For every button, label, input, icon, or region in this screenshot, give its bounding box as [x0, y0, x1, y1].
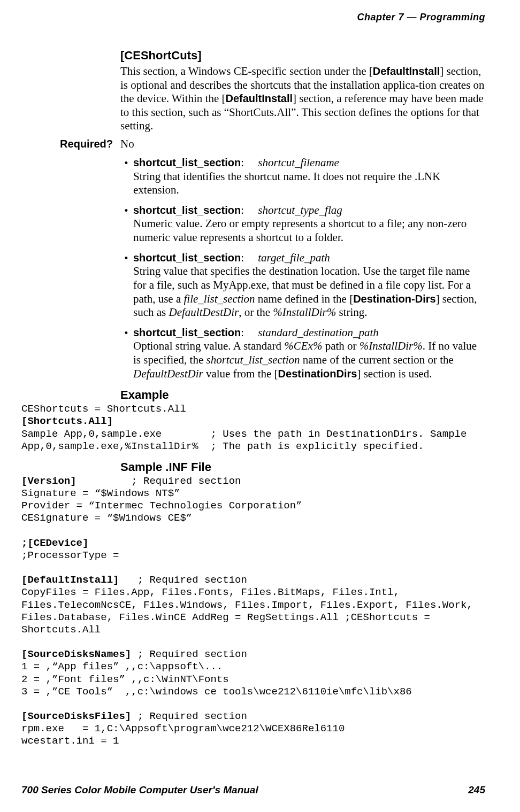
code-line: CESignature = “$Windows CE$” — [21, 512, 192, 524]
code-line: CopyFiles = Files.App, Files.Fonts, File… — [21, 586, 400, 598]
footer-page-number: 245 — [468, 784, 485, 796]
code-line: Files.TelecomNcsCE, Files.Windows, Files… — [21, 599, 473, 611]
code-line-bold: [DefaultInstall] — [21, 574, 119, 586]
bullet-desc: path or — [322, 339, 359, 352]
term-ital: standard_destination_path — [258, 326, 379, 339]
required-label: Required? — [21, 138, 120, 150]
code-line: rpm.exe = 1,C:\Appsoft\program\wce212\WC… — [21, 723, 345, 734]
term: shortcut_list_section — [133, 252, 241, 264]
bullet-desc: name defined in the [ — [255, 292, 353, 305]
section-intro: This section, a Windows CE-specific sect… — [120, 65, 485, 133]
bullet-list: shortcut_list_section: shortcut_filename… — [120, 156, 485, 381]
running-header: Chapter 7 — Programming — [21, 12, 485, 23]
term: shortcut_list_section — [133, 204, 241, 216]
ital: file_list_section — [183, 292, 255, 305]
bold-term: DefaultInstall — [225, 92, 293, 104]
ital: %InstallDir% — [273, 306, 336, 319]
code-line: ; Required section — [137, 710, 247, 722]
term-ital: target_file_path — [258, 251, 330, 264]
bullet-desc: String that identifies the shortcut name… — [133, 170, 440, 197]
code-line: ; Required section — [137, 648, 247, 660]
bullet-desc: , or the — [239, 306, 273, 319]
code-line: 2 = ,”Font files” ,,c:\WinNT\Fonts — [21, 674, 229, 685]
sample-heading: Sample .INF File — [120, 460, 485, 474]
bullet-desc: string. — [336, 306, 367, 319]
ital: DefaultDestDir — [169, 306, 239, 319]
term-ital: shortcut_type_flag — [258, 204, 342, 216]
code-line-bold: [Shortcuts.All] — [21, 415, 113, 427]
code-line: wcestart.ini = 1 — [21, 735, 119, 747]
term-ital: shortcut_filename — [258, 156, 339, 169]
section-title: [CEShortCuts] — [120, 49, 485, 63]
ital: %InstallDir% — [360, 339, 423, 352]
bullet-desc: Optional string value. A standard — [133, 339, 284, 352]
code-line: App,0,sample.exe,%InstallDir% ; The path… — [21, 440, 424, 452]
ital: shortcut_list_section — [206, 353, 300, 366]
list-item: shortcut_list_section: shortcut_type_fla… — [133, 204, 485, 245]
bullet-desc: ] section is used. — [357, 367, 432, 380]
bullet-desc: Numeric value. Zero or empty represents … — [133, 217, 467, 244]
list-item: shortcut_list_section: target_file_path … — [133, 251, 485, 320]
code-line: Shortcuts.All — [21, 624, 101, 636]
list-item: shortcut_list_section: shortcut_filename… — [133, 156, 485, 197]
ital: DefaultDestDir — [133, 367, 203, 380]
bullet-desc: value from the [ — [203, 367, 278, 380]
code-line: CEShortcuts = Shortcuts.All — [21, 403, 186, 415]
footer-left: 700 Series Color Mobile Computer User's … — [21, 784, 258, 796]
bold-term: Destination-Dirs — [353, 293, 435, 305]
code-line-bold: [SourceDisksNames] — [21, 648, 137, 660]
bullet-desc: name of the current section or the — [300, 353, 453, 366]
sample-code: [Version] ; Required section Signature =… — [21, 475, 485, 748]
code-line: ;ProcessorType = — [21, 550, 119, 561]
bold-term: DestinationDirs — [278, 368, 357, 380]
code-line: ; Required section — [119, 574, 247, 586]
code-line: Files.Database, Files.WinCE AddReg = Reg… — [21, 612, 430, 623]
example-heading: Example — [120, 388, 485, 402]
list-item: shortcut_list_section: standard_destinat… — [133, 326, 485, 381]
bold-term: DefaultInstall — [373, 65, 440, 77]
code-line: Sample App,0,sample.exe ; Uses the path … — [21, 428, 467, 440]
code-line: 3 = ,”CE Tools” ,,c:\windows ce tools\wc… — [21, 686, 412, 698]
code-line: Provider = “Intermec Technologies Corpor… — [21, 500, 302, 512]
ital: %CEx% — [284, 339, 322, 352]
code-line: Signature = “$Windows NT$” — [21, 488, 180, 499]
code-line: ; Required section — [77, 475, 241, 487]
code-line-bold: [SourceDisksFiles] — [21, 710, 137, 722]
required-value: No — [120, 137, 134, 151]
code-line: 1 = ,“App files” ,,c:\appsoft\... — [21, 661, 223, 672]
code-line-bold: ;[CEDevice] — [21, 537, 88, 549]
example-code: CEShortcuts = Shortcuts.All [Shortcuts.A… — [21, 403, 485, 453]
intro-text-a: This section, a Windows CE-specific sect… — [120, 65, 373, 78]
term: shortcut_list_section — [133, 327, 241, 338]
code-line-bold: [Version] — [21, 475, 77, 487]
term: shortcut_list_section — [133, 157, 241, 168]
